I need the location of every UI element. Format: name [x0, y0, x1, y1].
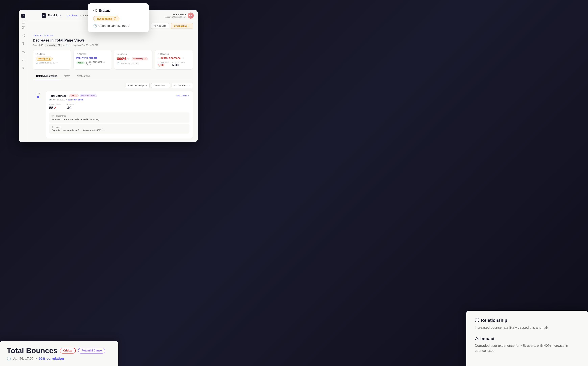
user-info: Kate Bozhko ka.bozhko@datalight.com	[165, 13, 186, 18]
svg-point-11	[23, 59, 24, 60]
back-link[interactable]: < Back to Dashboard	[33, 34, 193, 37]
sidebar-item-person[interactable]	[21, 57, 26, 62]
sidebar: ✦ ›	[19, 10, 28, 142]
monitor-link[interactable]: Page Views Monitor	[76, 57, 109, 59]
related-expected-value: 40	[67, 106, 75, 110]
bottom-bullet: •	[35, 357, 37, 361]
popup-impact-title: ⚠ Impact	[475, 336, 580, 341]
monitor-card-label: ↗ Monitor	[76, 53, 109, 55]
investigating-label: Investigating	[173, 25, 187, 27]
related-expected-label: Expected	[67, 103, 75, 105]
sidebar-collapse-button[interactable]: ›	[22, 21, 25, 24]
popup-impact-icon: ⚠	[475, 336, 479, 341]
sidebar-item-share[interactable]	[21, 33, 26, 38]
sidebar-item-chart[interactable]	[21, 25, 26, 30]
severity-icon: ⚠	[117, 53, 119, 55]
impact-icon: ⚠	[52, 126, 53, 128]
relationship-controls: All Relationships Correlation Last 24 Ho…	[33, 83, 193, 88]
related-current-group: Current Value 55 ↗	[49, 103, 61, 110]
monitor-status-row: Active Google Merchandise Store	[76, 60, 109, 66]
deviation-value: 30.0% decrease	[161, 57, 181, 60]
related-date: Jan 26, 17:00	[53, 99, 65, 101]
monitor-icon: ↗	[76, 53, 78, 55]
tab-notes[interactable]: Notes	[61, 73, 74, 79]
bottom-title: Total Bounces	[7, 346, 57, 355]
current-value: 3,500	[158, 64, 169, 67]
bottom-meta: 🕐 Jan 26, 17:00 • 92% correlation	[7, 357, 111, 361]
tooltip-title: ⓘ Status	[93, 8, 143, 13]
sidebar-item-settings[interactable]	[21, 66, 26, 71]
related-title-area: Total Bounces Critical Potential Cause	[49, 94, 97, 97]
related-values-row: Current Value 55 ↗ Expected 40	[49, 103, 189, 110]
tooltip-updated: 🕐 Updated Jan 26, 10:30	[93, 24, 143, 28]
page-title: Decrease in Total Page Views	[33, 38, 193, 43]
breadcrumb-dashboard[interactable]: Dashboard	[67, 14, 78, 17]
monitor-source: Google Merchandise Store	[86, 61, 109, 66]
sidebar-item-signal[interactable]	[21, 41, 26, 46]
clock-icon: 🕐	[66, 44, 69, 46]
deviation-card-label: ↗ Deviation	[158, 53, 190, 55]
main-content: < Back to Dashboard Decrease in Total Pa…	[28, 31, 198, 142]
tooltip-clock-icon: 🕐	[93, 24, 97, 28]
impact-info-box: ⚠ Impact Degraded user experience for ~8…	[49, 124, 189, 134]
svg-point-5	[24, 36, 24, 37]
time-range-dropdown[interactable]: Last 24 Hours	[172, 83, 193, 88]
timeline-and-card: 17:00 Total Bounces Critical Potential C…	[33, 91, 193, 138]
sidebar-nav	[19, 24, 28, 72]
tooltip-info-badge-icon: ⓘ	[114, 17, 116, 20]
related-current-value: 55 ↗	[49, 106, 61, 110]
bottom-potential-badge: Potential Cause	[78, 348, 105, 353]
status-investigating-button[interactable]: Investigating	[171, 23, 193, 29]
popup-impact-section: ⚠ Impact Degraded user experience for ~8…	[475, 336, 580, 353]
status-card: ◯ Status Investigating 🕐 Updated Jan 26,…	[33, 50, 71, 69]
related-card-header: Total Bounces Critical Potential Cause V…	[49, 94, 189, 97]
bottom-date: Jan 26, 17:00	[13, 357, 33, 361]
monitor-active-badge: Active	[76, 61, 85, 64]
severity-info-icon: ⓘ	[127, 57, 129, 60]
time-range-label: Last 24 Hours	[174, 84, 188, 87]
timeline-dot	[37, 96, 39, 98]
popup-relationship-icon: ⓘ	[475, 317, 479, 323]
user-name: Kate Bozhko	[165, 13, 186, 16]
view-details-label: View Details	[176, 95, 187, 97]
tab-related-anomalies[interactable]: Related Anomalies	[33, 73, 61, 79]
anomaly-id-badge: anomaly_127	[45, 44, 62, 47]
status-updated: 🕐 Updated Jan 26, 10:30	[36, 62, 68, 64]
deviation-sub-row: Current Value 3,500 Expected Value 5,000	[158, 61, 190, 67]
timeline-time: 17:00	[35, 92, 40, 95]
status-card-label: ◯ Status	[36, 53, 68, 55]
copy-anomaly-id-button[interactable]: ⧉	[63, 44, 64, 46]
svg-point-4	[24, 34, 24, 35]
svg-rect-0	[22, 28, 23, 29]
add-note-button[interactable]: Add Note	[151, 23, 169, 29]
bottom-detail-card: Total Bounces Critical Potential Cause 🕐…	[0, 341, 118, 366]
deviation-card: ↗ Deviation ↘ 30.0% decrease ⓘ Current V…	[155, 50, 193, 69]
severity-card-label: ⚠ Severity	[117, 53, 149, 55]
correlation-dropdown[interactable]: Correlation	[151, 83, 170, 88]
bottom-clock-icon: 🕐	[7, 357, 11, 361]
bottom-critical-badge: Critical	[60, 348, 76, 353]
user-email: ka.bozhko@datalight.com	[165, 16, 186, 18]
current-value-label: Current Value	[158, 61, 169, 63]
deviation-info-icon: ⓘ	[182, 57, 184, 60]
deviation-icon: ↗	[158, 53, 159, 55]
last-updated: Last updated Jan 26, 10:30 AM	[70, 44, 98, 46]
relationship-icon: ⓘ	[52, 114, 54, 117]
view-details-button[interactable]: View Details	[176, 95, 189, 97]
sidebar-item-group[interactable]	[21, 49, 26, 54]
user-area: Kate Bozhko ka.bozhko@datalight.com KB	[165, 13, 194, 19]
monitor-card: ↗ Monitor Page Views Monitor Active Goog…	[73, 50, 112, 69]
related-current-label: Current Value	[49, 103, 61, 105]
breadcrumb-separator: >	[80, 14, 81, 17]
trend-down-icon: ↘	[158, 57, 160, 59]
right-popup: ⓘ Relationship Increased bounce rate lik…	[466, 311, 588, 366]
svg-line-7	[23, 36, 24, 36]
all-relationships-dropdown[interactable]: All Relationships	[125, 83, 149, 88]
critical-badge: Critical Impact	[132, 57, 148, 60]
bottom-title-row: Total Bounces Critical Potential Cause	[7, 346, 111, 355]
logo-text: DataLight	[48, 14, 61, 17]
related-meta: 🕐 Jan 26, 17:00 • 92% correlation	[49, 99, 189, 101]
anomaly-id-label: Anomaly ID:	[33, 44, 44, 46]
tab-notifications[interactable]: Notifications	[73, 73, 93, 79]
severity-detected: 🕐 Detected Jan 26, 10:30	[117, 62, 149, 64]
